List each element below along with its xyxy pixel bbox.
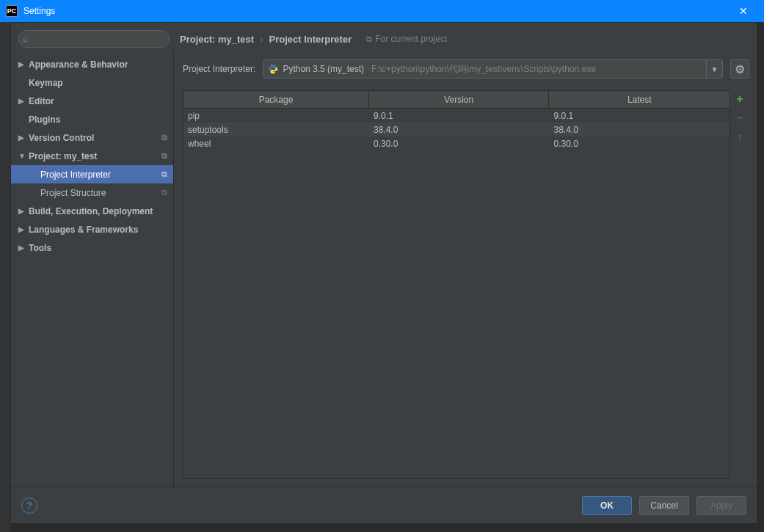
search-icon: ⌕: [23, 33, 29, 44]
remove-package-button[interactable]: −: [732, 111, 747, 125]
col-version[interactable]: Version: [369, 91, 550, 108]
sidebar-item-languages[interactable]: ▶ Languages & Frameworks: [11, 220, 173, 238]
svg-point-0: [272, 65, 272, 66]
copy-icon: ⧉: [161, 133, 167, 142]
chevron-right-icon: ▶: [18, 207, 29, 215]
breadcrumb-page: Project Interpreter: [269, 34, 352, 45]
col-latest[interactable]: Latest: [549, 91, 730, 108]
packages-table: Package Version Latest pip 9.0.1 9.0.1 s…: [183, 90, 730, 479]
sidebar-item-build[interactable]: ▶ Build, Execution, Deployment: [11, 202, 173, 220]
sidebar-item-tools[interactable]: ▶ Tools: [11, 238, 173, 257]
upgrade-package-button[interactable]: ↑: [732, 130, 747, 145]
settings-dialog: ⌕ Project: my_test › Project Interpreter…: [10, 22, 757, 524]
breadcrumb-separator: ›: [260, 34, 263, 45]
col-package[interactable]: Package: [183, 91, 369, 108]
sidebar-item-project-interpreter[interactable]: Project Interpreter ⧉: [11, 165, 173, 183]
sidebar-item-project-structure[interactable]: Project Structure ⧉: [11, 183, 173, 202]
chevron-right-icon: ▶: [18, 60, 29, 68]
table-row[interactable]: setuptools 38.4.0 38.4.0: [183, 123, 730, 136]
interpreter-row: Project Interpreter: Python 3.5 (my_test…: [183, 59, 749, 79]
table-header: Package Version Latest: [183, 91, 730, 109]
sidebar-item-plugins[interactable]: Plugins: [11, 110, 173, 128]
dropdown-icon[interactable]: ▼: [706, 60, 722, 78]
copy-icon: ⧉: [161, 188, 167, 197]
chevron-right-icon: ▶: [18, 97, 29, 105]
breadcrumb-hint: ⧉ For current project: [366, 34, 447, 44]
ok-button[interactable]: OK: [582, 496, 632, 515]
table-body: pip 9.0.1 9.0.1 setuptools 38.4.0 38.4.0…: [183, 109, 730, 478]
package-actions: + − ↑: [730, 90, 749, 479]
chevron-right-icon: ▶: [18, 134, 29, 142]
copy-icon: ⧉: [366, 34, 372, 44]
dialog-footer: ? OK Cancel Apply: [11, 487, 757, 523]
table-row[interactable]: pip 9.0.1 9.0.1: [183, 109, 730, 123]
titlebar: PC Settings ✕: [0, 0, 764, 22]
window-title: Settings: [23, 6, 729, 16]
header-row: ⌕ Project: my_test › Project Interpreter…: [11, 23, 757, 51]
sidebar-item-version-control[interactable]: ▶ Version Control ⧉: [11, 128, 173, 147]
svg-point-1: [274, 72, 275, 73]
interpreter-label: Project Interpreter:: [183, 64, 255, 74]
chevron-right-icon: ▶: [18, 225, 29, 233]
editor-gutter: [0, 22, 10, 532]
breadcrumb-project: Project: my_test: [180, 34, 254, 45]
python-icon: [268, 64, 278, 74]
app-icon: PC: [6, 5, 18, 17]
chevron-right-icon: ▶: [18, 244, 29, 252]
chevron-down-icon: ▼: [18, 152, 29, 160]
interpreter-name: Python 3.5 (my_test): [283, 64, 364, 74]
copy-icon: ⧉: [161, 170, 167, 179]
split-pane: ▶ Appearance & Behavior Keymap ▶ Editor …: [11, 51, 757, 487]
add-package-button[interactable]: +: [732, 92, 747, 106]
settings-sidebar: ▶ Appearance & Behavior Keymap ▶ Editor …: [11, 51, 174, 487]
table-row[interactable]: wheel 0.30.0 0.30.0: [183, 136, 730, 150]
sidebar-item-keymap[interactable]: Keymap: [11, 73, 173, 92]
sidebar-item-editor[interactable]: ▶ Editor: [11, 92, 173, 110]
sidebar-item-appearance[interactable]: ▶ Appearance & Behavior: [11, 55, 173, 73]
cancel-button[interactable]: Cancel: [639, 496, 689, 515]
breadcrumb: Project: my_test › Project Interpreter ⧉…: [180, 34, 447, 45]
search-wrap: ⌕: [18, 30, 170, 48]
search-input[interactable]: [18, 30, 170, 48]
close-button[interactable]: ✕: [729, 0, 758, 22]
apply-button[interactable]: Apply: [696, 496, 746, 515]
help-button[interactable]: ?: [21, 498, 37, 514]
gear-icon: ⚙: [735, 62, 745, 76]
interpreter-settings-button[interactable]: ⚙: [730, 59, 749, 79]
packages-area: Package Version Latest pip 9.0.1 9.0.1 s…: [183, 90, 749, 479]
interpreter-select[interactable]: Python 3.5 (my_test) F:\c+python\python\…: [263, 59, 723, 79]
copy-icon: ⧉: [161, 151, 167, 161]
sidebar-item-project[interactable]: ▼ Project: my_test ⧉: [11, 147, 173, 165]
content-pane: Project Interpreter: Python 3.5 (my_test…: [174, 51, 757, 487]
interpreter-path: F:\c+python\python\代码\my_test\venv\Scrip…: [371, 63, 596, 76]
